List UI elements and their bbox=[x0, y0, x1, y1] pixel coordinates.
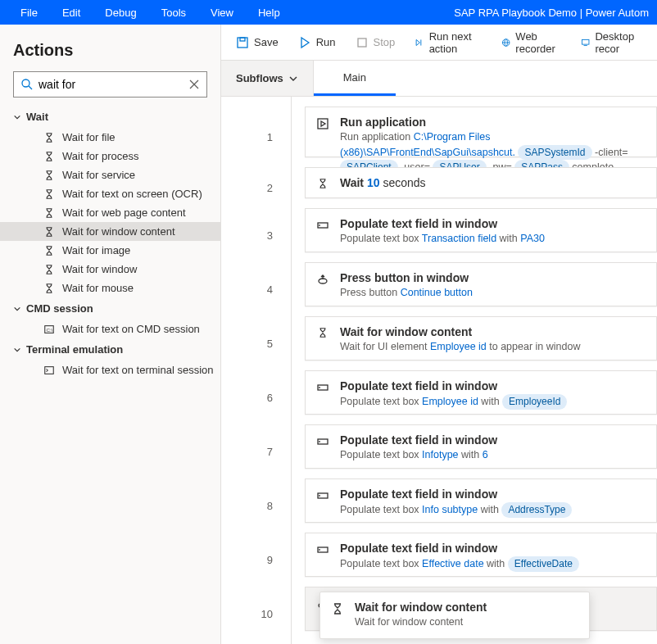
step-number: 3 bbox=[221, 208, 291, 262]
tab-main[interactable]: Main bbox=[314, 61, 396, 96]
svg-marker-9 bbox=[301, 38, 309, 48]
item-icon bbox=[43, 245, 56, 256]
menu-edit[interactable]: Edit bbox=[50, 7, 93, 19]
step-title: Populate text field in window bbox=[340, 542, 646, 555]
tree-group-wait[interactable]: Wait bbox=[0, 106, 220, 128]
tree-item[interactable]: Wait for image bbox=[0, 241, 220, 260]
hourglass-icon bbox=[315, 176, 330, 189]
search-input[interactable] bbox=[34, 78, 188, 91]
step-number-gutter: 12345678910 bbox=[221, 97, 292, 644]
tree-item[interactable]: Wait for service bbox=[0, 166, 220, 184]
subflows-row: Subflows Main bbox=[221, 61, 657, 97]
step-card[interactable]: Run applicationRun application C:\Progra… bbox=[305, 107, 657, 157]
search-icon bbox=[20, 78, 34, 91]
menu-view[interactable]: View bbox=[198, 7, 246, 19]
svg-rect-7 bbox=[238, 38, 247, 48]
play-box-icon bbox=[315, 116, 330, 130]
step-card[interactable]: Wait 10 seconds bbox=[305, 167, 657, 198]
app-title: SAP RPA Playbook Demo | Power Autom bbox=[437, 7, 649, 19]
svg-marker-19 bbox=[321, 121, 325, 126]
step-card[interactable]: Populate text field in windowPopulate te… bbox=[305, 370, 657, 415]
stop-icon bbox=[356, 36, 369, 49]
svg-line-1 bbox=[29, 86, 32, 89]
globe-icon bbox=[501, 36, 510, 49]
step-desc: Populate text box Transaction field with… bbox=[340, 232, 646, 247]
step-card[interactable]: Wait for window contentWait for UI eleme… bbox=[305, 316, 657, 361]
step-number: 10 bbox=[221, 587, 291, 641]
tree-item[interactable]: Wait for text on screen (OCR) bbox=[0, 184, 220, 203]
item-icon bbox=[43, 151, 56, 162]
hourglass-icon bbox=[315, 325, 330, 338]
press-icon bbox=[315, 271, 330, 286]
item-icon bbox=[43, 132, 56, 143]
tree-item[interactable]: Wait for mouse bbox=[0, 279, 220, 297]
textbox-icon bbox=[315, 433, 330, 448]
step-title: Populate text field in window bbox=[340, 433, 646, 447]
svg-rect-8 bbox=[240, 38, 245, 41]
run-button[interactable]: Run bbox=[290, 31, 344, 54]
step-card[interactable]: Populate text field in windowPopulate te… bbox=[305, 208, 657, 252]
step-number: 8 bbox=[221, 478, 291, 533]
step-title: Wait 10 seconds bbox=[340, 176, 646, 189]
save-button[interactable]: Save bbox=[228, 31, 287, 54]
step-desc: Wait for UI element Employee id to appea… bbox=[340, 340, 646, 355]
textbox-icon bbox=[315, 542, 330, 556]
textbox-icon bbox=[315, 488, 330, 502]
tree-group-terminal-emulation[interactable]: Terminal emulation bbox=[0, 338, 220, 361]
menu-tools[interactable]: Tools bbox=[149, 7, 198, 19]
step-title: Populate text field in window bbox=[340, 488, 646, 501]
stop-button: Stop bbox=[347, 31, 404, 54]
svg-rect-10 bbox=[358, 39, 366, 47]
desktop-recorder-button[interactable]: Desktop recor bbox=[573, 25, 650, 60]
item-icon bbox=[43, 283, 56, 294]
tree-item[interactable]: Wait for process bbox=[0, 147, 220, 166]
tree-item[interactable]: Wait for file bbox=[0, 128, 220, 147]
menu-help[interactable]: Help bbox=[246, 7, 292, 19]
menu-debug[interactable]: Debug bbox=[93, 7, 148, 19]
tree-item[interactable]: Wait for web page content bbox=[0, 203, 220, 222]
step-number: 2 bbox=[221, 167, 291, 208]
sidebar-title: Actions bbox=[0, 33, 220, 71]
chevron-down-icon bbox=[13, 305, 21, 313]
subflows-dropdown[interactable]: Subflows bbox=[221, 61, 314, 96]
step-number: 1 bbox=[221, 107, 291, 167]
tree-item[interactable]: Wait for window content bbox=[0, 222, 220, 241]
item-icon bbox=[43, 188, 56, 200]
tree-item[interactable]: C:\Wait for text on CMD session bbox=[0, 320, 220, 338]
run-icon bbox=[298, 36, 311, 49]
run-next-button[interactable]: Run next action bbox=[406, 25, 490, 60]
search-box[interactable] bbox=[13, 71, 207, 98]
menu-file[interactable]: File bbox=[8, 7, 50, 19]
clear-icon[interactable] bbox=[188, 79, 200, 90]
tree-item[interactable]: Wait for window bbox=[0, 260, 220, 279]
textbox-icon bbox=[315, 379, 330, 394]
step-title: Wait for window content bbox=[340, 325, 646, 338]
step-number: 9 bbox=[221, 533, 291, 587]
steps-list: Run applicationRun application C:\Progra… bbox=[292, 97, 657, 644]
tree-item[interactable]: Wait for text on terminal session bbox=[0, 361, 220, 379]
item-icon bbox=[43, 226, 56, 238]
step-card[interactable]: Populate text field in windowPopulate te… bbox=[305, 533, 657, 577]
svg-text:C:\: C:\ bbox=[47, 326, 53, 332]
save-icon bbox=[236, 36, 249, 49]
step-desc: Populate text box Infotype with 6 bbox=[340, 448, 646, 463]
item-icon bbox=[43, 207, 56, 219]
web-recorder-button[interactable]: Web recorder bbox=[493, 25, 569, 60]
textbox-icon bbox=[315, 217, 330, 232]
floating-action-card[interactable]: Wait for window content Wait for window … bbox=[319, 592, 590, 639]
step-card[interactable]: Populate text field in windowPopulate te… bbox=[305, 424, 657, 469]
step-card[interactable]: Populate text field in windowPopulate te… bbox=[305, 478, 657, 523]
step-number: 6 bbox=[221, 370, 291, 424]
menubar: FileEditDebugToolsViewHelp SAP RPA Playb… bbox=[0, 0, 657, 25]
floating-card-title: Wait for window content bbox=[355, 601, 579, 614]
item-icon: C:\ bbox=[43, 324, 56, 335]
monitor-icon bbox=[581, 36, 590, 49]
svg-rect-16 bbox=[582, 39, 590, 44]
tree-group-cmd-session[interactable]: CMD session bbox=[0, 297, 220, 320]
run-next-icon bbox=[415, 36, 424, 49]
item-icon bbox=[43, 365, 56, 376]
toolbar: Save Run Stop Run next action Web record… bbox=[221, 25, 657, 61]
step-card[interactable]: Press button in windowPress button Conti… bbox=[305, 262, 657, 306]
step-desc: Press button Continue button bbox=[340, 286, 646, 301]
chevron-down-icon bbox=[13, 113, 21, 121]
